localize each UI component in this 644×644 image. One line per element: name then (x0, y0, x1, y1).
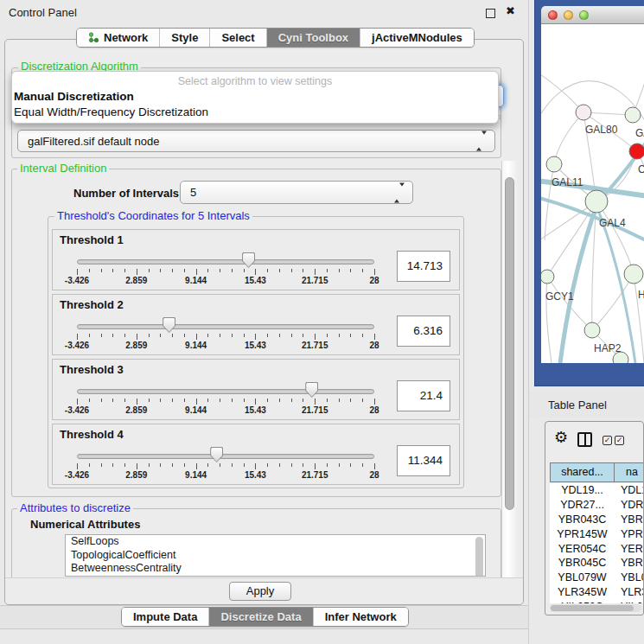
slider-tick (124, 269, 125, 272)
float-window-icon[interactable] (486, 9, 495, 18)
tab-discretize-data[interactable]: Discretize Data (209, 608, 313, 626)
tab-label: Cyni Toolbox (278, 31, 348, 44)
tab-network[interactable]: Network (77, 29, 160, 47)
attribute-item[interactable]: TopologicalCoefficient (66, 549, 485, 563)
tick-label: 28 (369, 276, 379, 285)
table-horizontal-scrollbar[interactable] (550, 604, 641, 612)
num-intervals-combobox[interactable]: 5 (180, 181, 413, 204)
close-icon[interactable]: ✖ (506, 4, 515, 17)
slider-track[interactable] (77, 324, 374, 329)
tick-label: -3.426 (65, 470, 89, 480)
table-row[interactable]: YDL19...YDL1 (550, 483, 644, 498)
network-node[interactable] (541, 270, 554, 284)
cell-shared-name: YER054C (550, 543, 615, 555)
threshold-value-field[interactable]: 14.713 (397, 251, 450, 282)
network-node[interactable] (613, 352, 628, 363)
slider-handle[interactable] (242, 252, 255, 268)
slider-tick (362, 399, 363, 402)
table-row[interactable]: YLR345WYLR3 (550, 585, 644, 600)
algorithm-option[interactable]: Equal Width/Frequency Discretization (12, 105, 498, 120)
table-row[interactable]: YER054CYER0 (550, 541, 644, 556)
slider-tick (315, 269, 316, 275)
panel-scrollbar-thumb[interactable] (505, 177, 514, 510)
slider-tick (184, 269, 185, 272)
tab-style[interactable]: Style (160, 29, 210, 47)
network-node[interactable] (584, 322, 600, 338)
checkbox-icon[interactable]: ✓ (603, 436, 612, 445)
cell-shared-name: YPR145W (550, 528, 615, 540)
slider-tick (255, 399, 256, 405)
numerical-attributes-list[interactable]: SelfLoopsTopologicalCoefficientBetweenne… (65, 534, 486, 577)
attribute-item[interactable]: SelfLoops (66, 535, 485, 549)
slider-track[interactable] (77, 454, 374, 459)
network-node[interactable] (546, 156, 562, 172)
slider-tick (327, 399, 328, 402)
algorithm-option[interactable]: Manual Discretization (12, 89, 498, 105)
tab-infer-network[interactable]: Infer Network (314, 608, 408, 626)
slider-tick (339, 334, 340, 337)
slider-tick (77, 334, 78, 340)
panel-scrollbar[interactable] (501, 161, 517, 602)
table-header-row[interactable]: shared...na (550, 462, 644, 482)
slider-handle[interactable] (163, 317, 175, 333)
slider-tick (255, 463, 256, 469)
slider-track[interactable] (77, 259, 374, 265)
tick-label: -3.426 (65, 276, 89, 285)
top-tab-bar: NetworkStyleSelectCyni ToolboxjActiveMNo… (76, 28, 475, 48)
threshold-value-field[interactable]: 21.4 (397, 380, 450, 411)
table-row[interactable]: YBR043CYBR0 (550, 513, 644, 527)
slider-tick (350, 399, 351, 402)
algorithm-dropdown-popup: Select algorithm to view settings Manual… (11, 71, 499, 124)
algorithm-hint: Select algorithm to view settings (12, 73, 498, 89)
table-row[interactable]: YDR27...YDR2 (550, 498, 644, 513)
split-columns-icon[interactable] (577, 432, 592, 447)
network-node[interactable] (576, 105, 591, 120)
tab-cyni-toolbox[interactable]: Cyni Toolbox (267, 29, 360, 47)
attribute-item[interactable]: BetweennessCentrality (66, 562, 485, 576)
gear-icon[interactable]: ⚙ (554, 430, 568, 445)
window-minimize-button[interactable] (564, 10, 573, 20)
table-rows[interactable]: YDL19...YDL1YDR27...YDR2YBR043CYBR0YPR14… (550, 483, 644, 603)
threshold-value-field[interactable]: 6.316 (397, 316, 450, 347)
table-header-cell[interactable]: shared... (550, 463, 615, 481)
node-label: GAL80 (585, 124, 618, 136)
table-row[interactable]: YIL052CYIL0 (550, 599, 644, 603)
tick-label: 28 (369, 341, 379, 350)
slider-tick (374, 399, 375, 405)
table-row[interactable]: YBR045CYBR0 (550, 556, 644, 571)
table-hscroll-thumb[interactable] (551, 605, 634, 611)
slider-handle[interactable] (305, 382, 318, 398)
slider-tick (207, 334, 208, 337)
slider-tick (291, 269, 292, 272)
cell-name: YIL0 (615, 601, 644, 603)
list-scrollbar[interactable] (475, 537, 483, 577)
network-canvas[interactable]: GAL80GACGAL11GAL4GCY1HHAP2 (541, 24, 644, 363)
table-data-combobox[interactable]: galFiltered.sif default node (17, 130, 495, 152)
threshold-value-field[interactable]: 11.344 (397, 445, 450, 476)
slider-handle[interactable] (210, 447, 223, 462)
tab-select[interactable]: Select (210, 29, 266, 47)
window-close-button[interactable] (548, 10, 558, 20)
network-node[interactable] (629, 143, 644, 159)
tab-jactivemnodules[interactable]: jActiveMNodules (360, 29, 474, 47)
window-zoom-button[interactable] (579, 10, 589, 20)
table-row[interactable]: YBL079WYBL0 (550, 571, 644, 585)
tab-label: Discretize Data (220, 610, 301, 623)
apply-button[interactable]: Apply (229, 582, 291, 601)
slider-tick (232, 334, 233, 337)
network-node[interactable] (625, 107, 641, 123)
checkbox-icon[interactable]: ✓ (615, 436, 624, 445)
numerical-attributes-label: Numerical Attributes (30, 518, 140, 531)
network-node[interactable] (624, 265, 643, 284)
node-label: GAL11 (552, 176, 583, 188)
slider-tick (327, 269, 328, 272)
slider-tick (207, 399, 208, 402)
slider-track[interactable] (77, 389, 374, 394)
network-node[interactable] (585, 190, 608, 213)
network-window-titlebar[interactable] (541, 6, 644, 24)
table-row[interactable]: YPR145WYPR1 (550, 526, 644, 541)
slider-tick (196, 399, 197, 405)
table-header-cell[interactable]: na (615, 463, 644, 481)
tab-impute-data[interactable]: Impute Data (122, 608, 209, 626)
slider-tick (303, 269, 303, 272)
